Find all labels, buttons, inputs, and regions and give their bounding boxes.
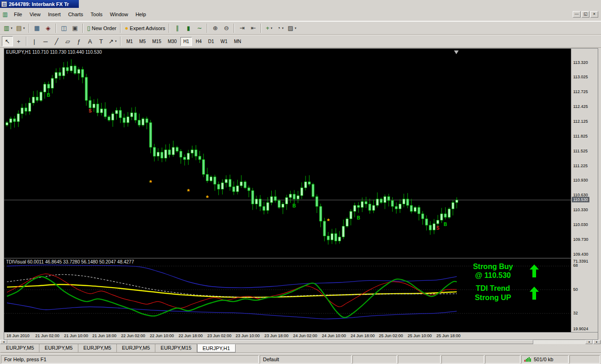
- dropdown-caret-icon: ▾: [282, 26, 284, 30]
- chart-candlesticks-button[interactable]: ▮: [183, 23, 194, 33]
- arrows-button[interactable]: ↗▾: [107, 36, 118, 46]
- expert-advisors-icon: ●: [125, 25, 128, 31]
- horizontal-line-button[interactable]: ─: [40, 36, 51, 46]
- tdi-indicator-label: TDIVisual 60.0011 46.8645 33.7280 56.148…: [6, 259, 134, 264]
- menu-tools[interactable]: Tools: [87, 10, 106, 19]
- star-signal-marker: *: [327, 217, 330, 225]
- chart-bars-button[interactable]: ∥: [172, 23, 183, 33]
- timeframe-m1[interactable]: M1: [123, 37, 135, 46]
- menu-file[interactable]: File: [10, 10, 26, 19]
- status-help-text: For Help, press F1: [1, 355, 259, 364]
- status-cell: [569, 355, 600, 364]
- toolbar-separator: [169, 24, 170, 33]
- crosshair-button[interactable]: +: [13, 36, 24, 46]
- profiles-button[interactable]: ▤▾: [14, 23, 27, 33]
- cursor-icon: ↖: [5, 38, 10, 44]
- timeframe-m5[interactable]: M5: [136, 37, 148, 46]
- chart-tabs: EURJPY,M5EURJPY,M5EURJPY,M5EURJPY,M5EURJ…: [0, 344, 601, 353]
- new-order-icon: ▯: [87, 25, 90, 31]
- chart-bars-icon: ∥: [176, 25, 179, 31]
- tdi-line-mid-line-dashed: [7, 275, 457, 297]
- equidistant-channel-button[interactable]: ▱: [62, 36, 73, 46]
- scrollbar-thumb[interactable]: [7, 340, 533, 344]
- time-axis-label: 22 Jun 18:00: [179, 333, 203, 338]
- time-axis-label: 22 Jun 02:00: [121, 333, 145, 338]
- current-price-tag: 110.530: [572, 197, 589, 202]
- menu-help[interactable]: Help: [132, 10, 150, 19]
- main-chart-area[interactable]: BS***B*BSB EURJPY,H1 110.710 110.730 110…: [4, 49, 571, 258]
- templates-icon: ▨: [288, 25, 293, 31]
- chart-tab-4[interactable]: EURJPY,M5: [117, 344, 155, 352]
- text-label-button[interactable]: T: [96, 36, 107, 46]
- window-title: 2644789: Interbank FX Tr: [9, 1, 69, 7]
- cursor-button[interactable]: ↖: [2, 36, 13, 46]
- terminal-button[interactable]: ◫: [58, 23, 70, 33]
- menu-view[interactable]: View: [26, 10, 45, 19]
- signal-overlay: Strong Buy @ 110.530 TDI Trend Strong UP: [461, 262, 551, 306]
- menu-window[interactable]: Window: [106, 10, 132, 19]
- chart-line-button[interactable]: ∼: [194, 23, 205, 33]
- timeframe-d1[interactable]: D1: [205, 37, 217, 46]
- periods-button[interactable]: ◔▾: [275, 23, 286, 33]
- status-bar: For Help, press F1 Default 501/0 kb: [0, 353, 601, 364]
- title-bar-active-area[interactable]: ▥ 2644789: Interbank FX Tr: [0, 0, 79, 8]
- scroll-left-button[interactable]: ◂: [0, 340, 7, 344]
- star-signal-marker: *: [149, 178, 152, 186]
- time-axis-label: 25 Jun 10:00: [408, 333, 432, 338]
- templates-button[interactable]: ▨▾: [286, 23, 298, 33]
- price-axis-label: 111.225: [573, 163, 588, 168]
- chart-tab-1[interactable]: EURJPY,M5: [1, 344, 39, 352]
- buy-signal: Strong Buy @ 110.530: [461, 262, 551, 280]
- dropdown-caret-icon: ▾: [11, 26, 13, 30]
- vertical-line-button[interactable]: |: [29, 36, 40, 46]
- timeframe-w1[interactable]: W1: [218, 37, 230, 46]
- text-button[interactable]: A: [84, 36, 96, 46]
- scroll-right-button[interactable]: ▸: [593, 340, 601, 344]
- window-minimize-button[interactable]: —: [573, 11, 581, 18]
- chart-tab-3[interactable]: EURJPY,M5: [78, 344, 117, 352]
- expert-advisors-button[interactable]: ●Expert Advisors: [123, 23, 167, 33]
- fibonacci-retracement-button[interactable]: ƒ: [73, 36, 84, 46]
- text-label-icon: T: [99, 38, 103, 44]
- new-order-button[interactable]: ▯New Order: [85, 23, 118, 33]
- scroll-left-button[interactable]: ◂: [585, 340, 593, 344]
- toolbar-separator: [120, 37, 121, 46]
- zoom-out-button[interactable]: ⊖: [221, 23, 232, 33]
- new-chart-button[interactable]: ▥▾: [2, 23, 14, 33]
- trendline-button[interactable]: ╱: [51, 36, 62, 46]
- horizontal-scrollbar[interactable]: ◂ ◂ ▸: [0, 340, 601, 344]
- chart-shift-button[interactable]: ⇤: [248, 23, 259, 33]
- zoom-in-button[interactable]: ⊕: [210, 23, 221, 33]
- auto-scroll-button[interactable]: ⇥: [237, 23, 248, 33]
- timeframe-m15[interactable]: M15: [149, 37, 164, 46]
- timeframe-m30[interactable]: M30: [165, 37, 179, 46]
- main-chart-svg[interactable]: BS***B*BSB: [4, 49, 571, 258]
- indicators-button[interactable]: +▾: [263, 23, 275, 33]
- equidistant-channel-icon: ▱: [65, 38, 70, 44]
- chart-tab-5[interactable]: EURJPY,M15: [155, 344, 197, 352]
- market-watch-button[interactable]: ▦: [32, 23, 43, 33]
- star-signal-marker: *: [187, 187, 190, 195]
- horizontal-line-icon: ─: [43, 38, 47, 44]
- timeframe-mn[interactable]: MN: [231, 37, 244, 46]
- window-close-button[interactable]: ×: [590, 11, 598, 18]
- status-profile[interactable]: Default: [260, 355, 352, 364]
- menu-charts[interactable]: Charts: [64, 10, 87, 19]
- chart-tab-2[interactable]: EURJPY,M5: [39, 344, 78, 352]
- timeframe-h4[interactable]: H4: [193, 37, 205, 46]
- time-axis-label: 23 Jun 10:00: [236, 333, 260, 338]
- window-restore-button[interactable]: ◱: [582, 11, 589, 18]
- indicators-icon: +: [266, 25, 269, 31]
- chart-tab-6[interactable]: EURJPY,H1: [197, 344, 236, 352]
- fibonacci-retracement-icon: ƒ: [77, 38, 80, 44]
- strategy-tester-button[interactable]: ▣: [70, 23, 81, 33]
- price-axis-label: 109.430: [573, 252, 588, 257]
- new-chart-icon: ▥: [4, 25, 9, 31]
- price-axis-label: 111.525: [573, 149, 588, 153]
- tdi-indicator-area[interactable]: TDIVisual 60.0011 46.8645 33.7280 56.148…: [4, 258, 571, 332]
- timeframe-h1[interactable]: H1: [180, 37, 192, 46]
- price-axis-label: 110.030: [573, 222, 588, 227]
- navigator-button[interactable]: ◈: [43, 23, 54, 33]
- menu-insert[interactable]: Insert: [44, 10, 64, 19]
- timeframe-group: M1M5M15M30H1H4D1W1MN: [123, 37, 244, 46]
